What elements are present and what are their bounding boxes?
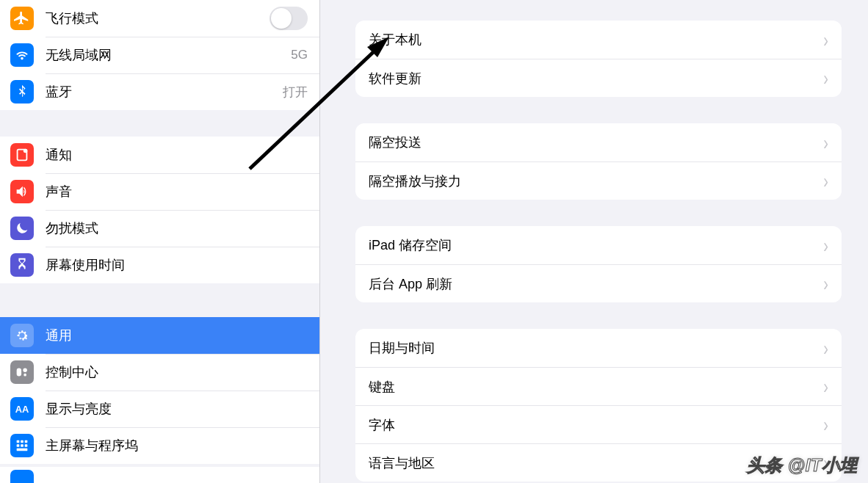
wifi-label: 无线局域网 [46, 46, 291, 64]
watermark-text: 头条 @IT小埋 [747, 454, 858, 477]
detail-item-storage[interactable]: iPad 储存空间 › [355, 226, 842, 264]
display-icon: AA [10, 397, 34, 421]
svg-rect-11 [25, 444, 28, 447]
detail-item-airplay[interactable]: 隔空播放与接力 › [355, 161, 842, 200]
svg-text:AA: AA [15, 404, 29, 415]
chevron-right-icon: › [823, 374, 828, 398]
sidebar-item-next[interactable] [0, 467, 319, 483]
svg-rect-8 [25, 440, 28, 443]
detail-item-airdrop[interactable]: 隔空投送 › [355, 123, 842, 161]
chevron-right-icon: › [823, 131, 828, 154]
svg-point-4 [23, 374, 26, 377]
control-center-icon [10, 360, 34, 384]
moon-icon [10, 217, 34, 240]
chevron-right-icon: › [823, 233, 828, 257]
datetime-label: 日期与时间 [369, 339, 823, 357]
svg-point-3 [23, 368, 27, 373]
screentime-label: 屏幕使用时间 [46, 256, 308, 274]
sidebar-item-notifications[interactable]: 通知 [0, 137, 319, 173]
bluetooth-icon [10, 80, 34, 104]
detail-section-1: 关于本机 › 软件更新 › [355, 21, 842, 97]
detail-item-datetime[interactable]: 日期与时间 › [355, 329, 842, 367]
background-refresh-label: 后台 App 刷新 [369, 275, 823, 293]
airplay-label: 隔空播放与接力 [369, 172, 823, 190]
svg-rect-12 [17, 448, 28, 451]
sidebar-item-homescreen[interactable]: 主屏幕与程序坞 [0, 427, 319, 464]
wifi-icon [10, 43, 34, 67]
airplane-icon [10, 7, 34, 30]
wifi-status: 5G [291, 48, 308, 62]
svg-rect-2 [17, 368, 21, 377]
sounds-label: 声音 [46, 183, 308, 200]
notifications-label: 通知 [46, 146, 308, 164]
notifications-icon [10, 143, 34, 167]
dnd-label: 勿扰模式 [46, 219, 308, 237]
chevron-right-icon: › [823, 169, 828, 192]
detail-item-about[interactable]: 关于本机 › [355, 21, 842, 59]
chevron-right-icon: › [823, 272, 828, 295]
detail-section-3: iPad 储存空间 › 后台 App 刷新 › [355, 226, 842, 302]
display-label: 显示与亮度 [46, 400, 308, 418]
bluetooth-status: 打开 [283, 84, 308, 101]
sidebar-item-airplane-mode[interactable]: 飞行模式 [0, 0, 319, 37]
detail-item-fonts[interactable]: 字体 › [355, 405, 842, 443]
airplane-mode-toggle[interactable] [270, 7, 308, 30]
airdrop-label: 隔空投送 [369, 134, 823, 151]
detail-pane: 关于本机 › 软件更新 › 隔空投送 › 隔空播放与接力 › iPad 储存空间… [320, 0, 868, 483]
svg-point-1 [23, 149, 28, 153]
bluetooth-label: 蓝牙 [46, 83, 283, 101]
settings-sidebar: 飞行模式 无线局域网 5G 蓝牙 打开 通知 [0, 0, 320, 483]
chevron-right-icon: › [823, 336, 828, 360]
sidebar-item-bluetooth[interactable]: 蓝牙 打开 [0, 73, 319, 110]
gear-icon [10, 324, 34, 347]
sidebar-item-display[interactable]: AA 显示与亮度 [0, 391, 319, 427]
general-label: 通用 [46, 327, 308, 344]
hourglass-icon [10, 253, 34, 277]
sidebar-item-general[interactable]: 通用 [0, 317, 319, 354]
sidebar-item-sounds[interactable]: 声音 [0, 173, 319, 210]
control-center-label: 控制中心 [46, 363, 308, 381]
storage-label: iPad 储存空间 [369, 236, 823, 254]
homescreen-label: 主屏幕与程序坞 [46, 437, 308, 454]
detail-item-keyboard[interactable]: 键盘 › [355, 367, 842, 405]
about-label: 关于本机 [369, 31, 823, 48]
detail-section-2: 隔空投送 › 隔空播放与接力 › [355, 123, 842, 200]
svg-rect-7 [21, 440, 23, 443]
keyboard-label: 键盘 [369, 378, 823, 396]
airplane-mode-label: 飞行模式 [46, 10, 270, 27]
homescreen-icon [10, 434, 34, 457]
chevron-right-icon: › [823, 66, 828, 90]
detail-item-software-update[interactable]: 软件更新 › [355, 59, 842, 97]
detail-item-background-refresh[interactable]: 后台 App 刷新 › [355, 264, 842, 302]
svg-rect-9 [17, 444, 20, 447]
sidebar-item-dnd[interactable]: 勿扰模式 [0, 210, 319, 247]
sidebar-item-control-center[interactable]: 控制中心 [0, 354, 319, 391]
chevron-right-icon: › [823, 413, 828, 436]
partial-icon [10, 470, 34, 483]
svg-rect-6 [17, 440, 20, 443]
sidebar-item-wifi[interactable]: 无线局域网 5G [0, 37, 319, 73]
chevron-right-icon: › [823, 28, 828, 51]
software-update-label: 软件更新 [369, 70, 823, 87]
sidebar-item-screentime[interactable]: 屏幕使用时间 [0, 247, 319, 283]
svg-rect-10 [21, 444, 23, 447]
sounds-icon [10, 180, 34, 203]
fonts-label: 字体 [369, 416, 823, 434]
